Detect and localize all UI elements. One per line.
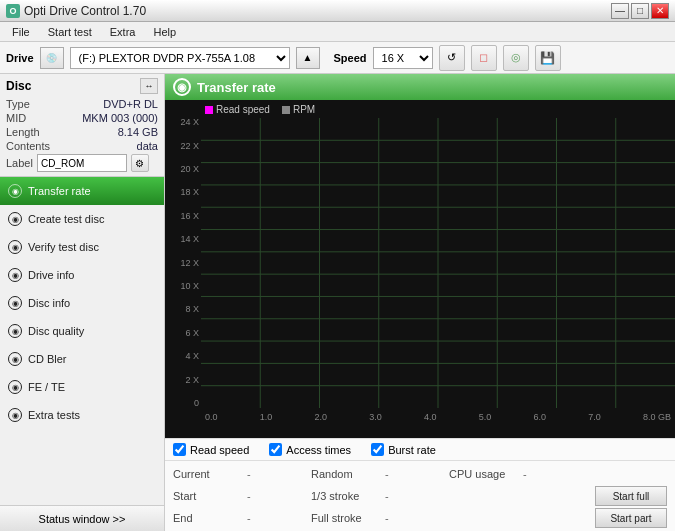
sidebar-item-disc-info-label: Disc info [28,297,70,309]
end-key: End [173,512,243,524]
window-controls: — □ ✕ [611,3,669,19]
disc-label-icon-button[interactable]: ⚙ [131,154,149,172]
end-stat: End - [173,512,311,524]
stats-row-2: Start - 1/3 stroke - Start full [173,485,667,507]
y-label-14x: 14 X [167,235,199,244]
sidebar-item-drive-info[interactable]: ◉ Drive info [0,261,164,289]
menu-start-test[interactable]: Start test [40,24,100,40]
menu-bar: File Start test Extra Help [0,22,675,42]
maximize-button[interactable]: □ [631,3,649,19]
x-label-6: 6.0 [533,412,546,432]
chart-x-axis: 0.0 1.0 2.0 3.0 4.0 5.0 6.0 7.0 8.0 GB [201,412,675,432]
y-label-16x: 16 X [167,212,199,221]
disc-type-key: Type [6,98,30,110]
full-stroke-key: Full stroke [311,512,381,524]
sidebar-item-fe-te-label: FE / TE [28,381,65,393]
stats-row-3: End - Full stroke - Start part [173,507,667,529]
create-test-disc-icon: ◉ [8,212,22,226]
disc-section: Disc ↔ Type DVD+R DL MID MKM 003 (000) L… [0,74,164,177]
drive-info-icon: ◉ [8,268,22,282]
y-label-2x: 2 X [167,376,199,385]
eject-button[interactable]: ▲ [296,47,320,69]
transfer-rate-title: Transfer rate [197,80,276,95]
transfer-rate-header-icon: ◉ [173,78,191,96]
checkbox-access-times[interactable]: Access times [269,443,351,456]
disc-mid-val: MKM 003 (000) [82,112,158,124]
minimize-button[interactable]: — [611,3,629,19]
read-speed-legend-label: Read speed [216,104,270,115]
burst-rate-checkbox[interactable] [371,443,384,456]
cpu-stat: CPU usage - [449,468,587,480]
sidebar-item-cd-bler[interactable]: ◉ CD Bler [0,345,164,373]
menu-extra[interactable]: Extra [102,24,144,40]
sidebar-item-disc-info[interactable]: ◉ Disc info [0,289,164,317]
disc-label-input[interactable] [37,154,127,172]
menu-help[interactable]: Help [145,24,184,40]
sidebar-item-disc-quality-label: Disc quality [28,325,84,337]
drive-label: Drive [6,52,34,64]
stroke13-stat: 1/3 stroke - [311,490,449,502]
sidebar-item-fe-te[interactable]: ◉ FE / TE [0,373,164,401]
disc-length-val: 8.14 GB [118,126,158,138]
disc-section-title: Disc [6,79,31,93]
checkbox-burst-rate[interactable]: Burst rate [371,443,436,456]
verify-test-disc-icon: ◉ [8,240,22,254]
stroke13-key: 1/3 stroke [311,490,381,502]
start-part-button[interactable]: Start part [595,508,667,528]
close-button[interactable]: ✕ [651,3,669,19]
speed-select[interactable]: 16 X Max 1 X 8 X 24 X [373,47,433,69]
app-title: Opti Drive Control 1.70 [24,4,146,18]
full-stroke-stat: Full stroke - [311,512,449,524]
transfer-rate-header: ◉ Transfer rate [165,74,675,100]
disc-arrow-button[interactable]: ↔ [140,78,158,94]
sidebar-item-extra-tests[interactable]: ◉ Extra tests [0,401,164,429]
sidebar-item-disc-quality[interactable]: ◉ Disc quality [0,317,164,345]
access-times-checkbox[interactable] [269,443,282,456]
burn-button[interactable]: ◎ [503,45,529,71]
y-label-18x: 18 X [167,188,199,197]
y-label-20x: 20 X [167,165,199,174]
drive-select[interactable]: (F:) PLEXTOR DVDR PX-755A 1.08 [70,47,290,69]
current-stat: Current - [173,468,311,480]
y-label-12x: 12 X [167,259,199,268]
x-label-2: 2.0 [314,412,327,432]
random-key: Random [311,468,381,480]
fe-te-icon: ◉ [8,380,22,394]
title-bar: O Opti Drive Control 1.70 — □ ✕ [0,0,675,22]
disc-type-val: DVD+R DL [103,98,158,110]
content-area: ◉ Transfer rate Read speed RPM 0 2 X 4 X [165,74,675,531]
menu-file[interactable]: File [4,24,38,40]
eraser-button[interactable]: ◻ [471,45,497,71]
status-window-button[interactable]: Status window >> [0,505,164,531]
checkbox-read-speed[interactable]: Read speed [173,443,249,456]
drive-bar: Drive 💿 (F:) PLEXTOR DVDR PX-755A 1.08 ▲… [0,42,675,74]
read-speed-legend-dot [205,106,213,114]
random-stat: Random - [311,468,449,480]
disc-contents-val: data [137,140,158,152]
stats-area: Current - Random - CPU usage - Start - [165,461,675,531]
y-label-0: 0 [167,399,199,408]
save-button[interactable]: 💾 [535,45,561,71]
chart-grid [201,118,675,408]
y-label-8x: 8 X [167,305,199,314]
cd-bler-icon: ◉ [8,352,22,366]
rpm-legend-label: RPM [293,104,315,115]
disc-length-key: Length [6,126,40,138]
disc-info-icon: ◉ [8,296,22,310]
sidebar-item-transfer-rate-label: Transfer rate [28,185,91,197]
disc-label-key: Label [6,157,33,169]
extra-tests-icon: ◉ [8,408,22,422]
start-full-button[interactable]: Start full [595,486,667,506]
read-speed-checkbox[interactable] [173,443,186,456]
sidebar-item-verify-test-disc[interactable]: ◉ Verify test disc [0,233,164,261]
refresh-button[interactable]: ↺ [439,45,465,71]
sidebar-item-create-test-disc[interactable]: ◉ Create test disc [0,205,164,233]
current-key: Current [173,468,243,480]
checkboxes-row: Read speed Access times Burst rate [165,438,675,461]
transfer-rate-icon: ◉ [8,184,22,198]
access-times-checkbox-label: Access times [286,444,351,456]
main-area: Disc ↔ Type DVD+R DL MID MKM 003 (000) L… [0,74,675,531]
sidebar-item-cd-bler-label: CD Bler [28,353,67,365]
sidebar-item-transfer-rate[interactable]: ◉ Transfer rate [0,177,164,205]
sidebar-menu: ◉ Transfer rate ◉ Create test disc ◉ Ver… [0,177,164,505]
